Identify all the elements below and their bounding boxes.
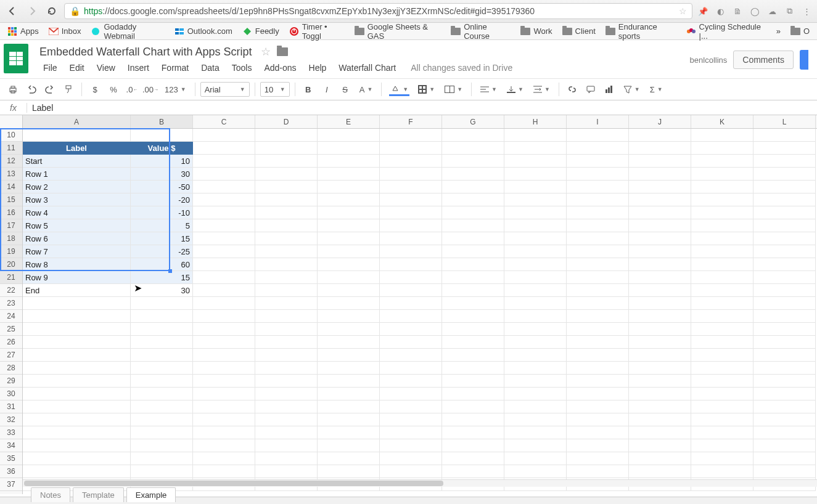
row-header-21[interactable]: 21 (0, 271, 22, 284)
menu-format[interactable]: Format (155, 60, 195, 75)
row-header-24[interactable]: 24 (0, 310, 22, 323)
cell-D28[interactable] (255, 362, 318, 375)
cell-L31[interactable] (753, 400, 816, 413)
cell-H11[interactable] (504, 142, 567, 155)
increase-decimal-button[interactable]: .00→ (142, 81, 158, 97)
col-header-E[interactable]: E (318, 115, 380, 128)
cell-H24[interactable] (504, 310, 567, 323)
cell-L14[interactable] (753, 181, 816, 193)
cell-B22[interactable]: 30 (131, 284, 193, 297)
cell-J21[interactable] (629, 271, 691, 284)
cell-E12[interactable] (318, 155, 380, 168)
cell-D35[interactable] (255, 452, 318, 465)
cell-D30[interactable] (255, 388, 318, 400)
currency-button[interactable]: $ (87, 81, 103, 97)
cell-K19[interactable] (691, 245, 753, 258)
bookmark-star-icon[interactable]: ☆ (679, 6, 687, 16)
cell-K29[interactable] (691, 375, 753, 388)
cell-J36[interactable] (629, 465, 691, 478)
cell-B30[interactable] (131, 388, 193, 400)
cell-I15[interactable] (567, 193, 629, 206)
cell-F21[interactable] (380, 271, 442, 284)
cell-H25[interactable] (504, 323, 567, 336)
cell-K22[interactable] (691, 284, 753, 297)
formula-value[interactable]: Label (27, 103, 58, 113)
cell-K10[interactable] (691, 129, 753, 142)
cell-E25[interactable] (318, 323, 380, 336)
cell-I19[interactable] (567, 245, 629, 258)
cell-C13[interactable] (193, 168, 255, 181)
cell-I14[interactable] (567, 181, 629, 193)
cell-G31[interactable] (442, 400, 504, 413)
other-bookmarks[interactable]: O (787, 25, 813, 38)
percent-button[interactable]: % (105, 81, 121, 97)
cell-K16[interactable] (691, 206, 753, 219)
cell-I18[interactable] (567, 232, 629, 245)
cell-E10[interactable] (318, 129, 380, 142)
cell-G12[interactable] (442, 155, 504, 168)
cell-F36[interactable] (380, 465, 442, 478)
italic-button[interactable]: I (319, 81, 335, 97)
cell-C22[interactable] (193, 284, 255, 297)
cell-D12[interactable] (255, 155, 318, 168)
cell-B35[interactable] (131, 452, 193, 465)
cell-G13[interactable] (442, 168, 504, 181)
row-header-26[interactable]: 26 (0, 336, 22, 349)
cell-B25[interactable] (131, 323, 193, 336)
cell-K27[interactable] (691, 349, 753, 362)
cell-I36[interactable] (567, 465, 629, 478)
cell-C17[interactable] (193, 219, 255, 232)
cell-D15[interactable] (255, 193, 318, 206)
pin-icon[interactable]: 📌 (697, 6, 708, 17)
cell-A33[interactable] (23, 426, 131, 439)
cell-D17[interactable] (255, 219, 318, 232)
cell-G25[interactable] (442, 323, 504, 336)
cell-C26[interactable] (193, 336, 255, 349)
cell-A34[interactable] (23, 439, 131, 452)
cell-I13[interactable] (567, 168, 629, 181)
cell-J13[interactable] (629, 168, 691, 181)
cell-B11[interactable]: Value $ (131, 142, 193, 155)
cell-H31[interactable] (504, 400, 567, 413)
cell-K14[interactable] (691, 181, 753, 193)
cell-A21[interactable]: Row 9 (23, 271, 131, 284)
cell-F23[interactable] (380, 297, 442, 310)
bookmark-item[interactable]: Outlook.com (171, 25, 236, 38)
insert-comment-button[interactable] (583, 81, 599, 97)
bold-button[interactable]: B (300, 81, 316, 97)
cell-B15[interactable]: -20 (131, 193, 193, 206)
cell-A10[interactable] (23, 129, 131, 142)
cell-L26[interactable] (753, 336, 816, 349)
cell-F10[interactable] (380, 129, 442, 142)
row-header-11[interactable]: 11 (0, 142, 22, 155)
cell-C23[interactable] (193, 297, 255, 310)
cell-J25[interactable] (629, 323, 691, 336)
cell-C30[interactable] (193, 388, 255, 400)
cell-C20[interactable] (193, 258, 255, 271)
cell-H22[interactable] (504, 284, 567, 297)
fill-color-button[interactable]: ▼ (387, 81, 412, 97)
cell-H14[interactable] (504, 181, 567, 193)
cell-B32[interactable] (131, 413, 193, 426)
cell-I27[interactable] (567, 349, 629, 362)
cell-D23[interactable] (255, 297, 318, 310)
cell-L23[interactable] (753, 297, 816, 310)
cell-B17[interactable]: 5 (131, 219, 193, 232)
paint-format-button[interactable] (60, 81, 76, 97)
cell-J14[interactable] (629, 181, 691, 193)
insert-link-button[interactable] (564, 81, 580, 97)
cell-B31[interactable] (131, 400, 193, 413)
row-header-10[interactable]: 10 (0, 129, 22, 142)
cell-G34[interactable] (442, 439, 504, 452)
menu-edit[interactable]: Edit (64, 60, 91, 75)
cell-I12[interactable] (567, 155, 629, 168)
cell-K33[interactable] (691, 426, 753, 439)
cell-C33[interactable] (193, 426, 255, 439)
cell-G23[interactable] (442, 297, 504, 310)
row-header-22[interactable]: 22 (0, 284, 22, 297)
cell-K34[interactable] (691, 439, 753, 452)
back-button[interactable] (5, 4, 20, 18)
cell-G19[interactable] (442, 245, 504, 258)
cell-B20[interactable]: 60 (131, 258, 193, 271)
cell-L10[interactable] (753, 129, 816, 142)
